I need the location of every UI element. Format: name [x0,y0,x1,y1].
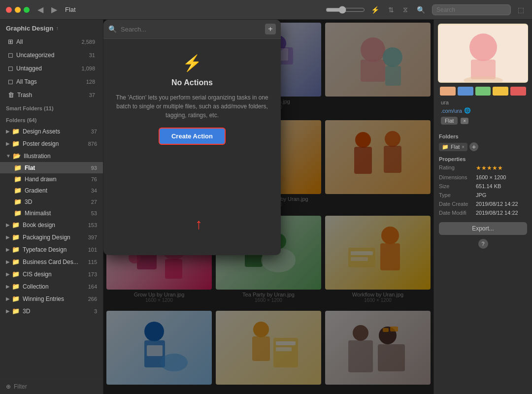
folder-business-label: Business Card Des... [23,259,78,265]
sidebar-toggle-icon[interactable]: ⬚ [516,5,526,15]
preview-thumbnail [438,24,528,83]
folder-icon: 📁 [12,283,20,290]
folder-tag-remove-button[interactable]: × [462,144,465,150]
minimize-button[interactable] [15,7,21,13]
dimensions-value: 1600 × 1200 [476,174,506,180]
forward-button[interactable]: ▶ [49,4,59,15]
sidebar-item-3d-top[interactable]: ▶ 📁 3D 3 [0,305,103,317]
folder-tag-icon: 📁 [442,144,449,150]
folder-icon: 📁 [12,128,20,135]
sidebar-item-trash[interactable]: 🗑 Trash 37 [2,89,101,101]
search-icon[interactable]: 🔍 [415,5,427,15]
expand-icon: ▶ [6,308,10,314]
sidebar-uncategorized-count: 31 [89,52,95,58]
sidebar-item-minimalist[interactable]: 📁 Minimalist 53 [0,207,103,219]
add-folder-button[interactable]: + [469,142,478,151]
folder-collection-count: 164 [88,284,97,290]
folder-tag-label: Flat [451,144,460,150]
lightning-icon[interactable]: ⚡ [369,5,381,15]
popup-search-icon: 🔍 [108,25,117,33]
subfolder-icon: 📁 [14,175,22,183]
sidebar-item-untagged[interactable]: ◻ Untagged 1,098 [2,62,101,74]
maximize-button[interactable] [24,7,30,13]
folder-tag-flat: 📁 Flat × [439,143,467,151]
popup-search-row: 🔍 + [103,20,281,39]
subfolder-minimalist-count: 53 [91,210,97,216]
popup-title: No Actions [171,78,213,87]
tag-row: Flat × [438,115,528,127]
folder-typeface-label: Typeface Design [23,246,66,253]
color-swatch-3 [475,87,491,96]
back-button[interactable]: ◀ [35,4,45,15]
sidebar: Graphic Design ↑ ⊞ All 2,589 ◻ Uncategor… [0,20,103,394]
expand-icon: ▼ [6,153,11,159]
filter-input[interactable] [14,383,97,390]
tag-remove-button[interactable]: × [461,118,468,124]
subfolder-icon: 📁 [14,164,22,171]
folder-illustration-label: Illustration [24,153,51,160]
sidebar-item-collection[interactable]: ▶ 📁 Collection 164 [0,281,103,292]
subfolder-3d-label: 3D [25,198,32,205]
sidebar-item-illustration[interactable]: ▼ 📂 Illustration [0,150,103,162]
date-modified-label: Date Modifi [439,210,476,216]
sidebar-trash-label: Trash [17,92,32,98]
color-swatch-5 [510,87,526,96]
expand-icon: ▶ [6,296,10,301]
sidebar-item-business-card[interactable]: ▶ 📁 Business Card Des... 115 [0,256,103,267]
search-input[interactable] [432,4,511,15]
folder-collection-label: Collection [23,283,49,290]
author-name: ura [441,99,449,105]
property-date-created: Date Create 2019/08/12 14:22 [434,199,532,208]
right-panel-preview: ura .com/ura 🌐 Flat × [434,20,532,131]
sidebar-item-3d[interactable]: 📁 3D 27 [0,196,103,207]
popup-search-input[interactable] [121,26,261,33]
property-rating: Rating ★★★★★ [434,163,532,173]
help-button[interactable]: ? [478,239,488,249]
sidebar-item-typeface[interactable]: ▶ 📁 Typeface Design 101 [0,244,103,255]
action-popup: 🔍 + ⚡ No Actions The 'Action' lets you p… [103,20,281,255]
export-button[interactable]: Export... [439,222,527,235]
close-button[interactable] [6,7,12,13]
subfolder-flat-count: 93 [91,165,97,171]
navigation-buttons: ◀ ▶ [35,4,59,15]
sidebar-item-design-assets[interactable]: ▶ 📁 Design Assets 37 [0,126,103,137]
type-value: JPG [476,192,486,198]
uncategorized-icon: ◻ [8,51,13,59]
folder-icon: 📁 [12,270,20,278]
sidebar-item-hand-drawn[interactable]: 📁 Hand drawn 76 [0,173,103,185]
folder-book-label: Book design [23,222,55,229]
all-icon: ⊞ [8,38,13,45]
subfolder-3d-count: 27 [91,199,97,205]
zoom-slider[interactable] [326,6,365,14]
author-link[interactable]: .com/ura 🌐 [438,107,528,115]
sidebar-item-poster-design[interactable]: ▶ 📁 Poster design 876 [0,138,103,149]
folder-cis-count: 173 [88,271,97,277]
filter-icon[interactable]: ⧖ [401,4,410,15]
folder-packaging-count: 397 [88,234,97,240]
folder-winning-count: 266 [88,296,97,302]
folder-icon: 📁 [12,307,20,315]
popup-add-button[interactable]: + [265,24,276,34]
author-url: .com/ura [441,108,462,114]
sort-icon[interactable]: ⇅ [386,5,396,15]
sidebar-item-uncategorized[interactable]: ◻ Uncategorized 31 [2,49,101,61]
traffic-lights [6,7,30,13]
date-created-label: Date Create [439,201,476,207]
sidebar-item-book-design[interactable]: ▶ 📁 Book design 153 [0,219,103,230]
sidebar-item-all-tags[interactable]: ◻ All Tags 128 [2,75,101,88]
sidebar-item-all[interactable]: ⊞ All 2,589 [2,35,101,48]
create-action-button[interactable]: Create Action [159,128,226,145]
sidebar-trash-count: 37 [89,92,95,98]
sidebar-item-cis[interactable]: ▶ 📁 CIS design 173 [0,268,103,280]
folder-icon: 📁 [12,221,20,229]
sidebar-title: Graphic Design [6,25,53,32]
date-modified-value: 2019/08/12 14:22 [476,210,518,216]
sidebar-item-flat[interactable]: 📁 Flat 93 [0,162,103,173]
sidebar-item-gradient[interactable]: 📁 Gradient 34 [0,185,103,196]
sidebar-item-packaging[interactable]: ▶ 📁 Packaging Design 397 [0,231,103,243]
color-swatches [438,87,528,96]
property-date-modified: Date Modifi 2019/08/12 14:22 [434,208,532,217]
folder-design-assets-label: Design Assets [23,128,60,135]
type-label: Type [439,192,476,198]
sidebar-item-winning-entries[interactable]: ▶ 📁 Winning Entries 266 [0,293,103,304]
